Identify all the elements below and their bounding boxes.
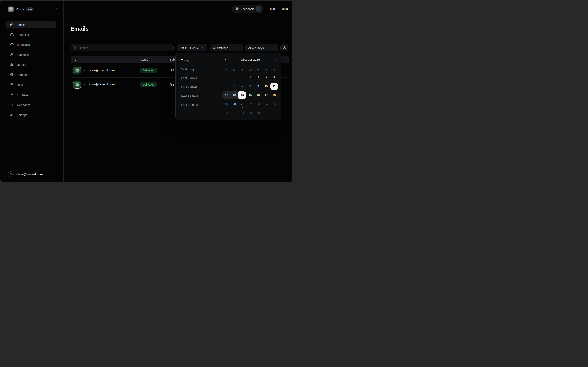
chevron-down-icon <box>202 47 204 49</box>
calendar-day-1[interactable]: 1 <box>246 73 254 82</box>
calendar-day-13[interactable]: 13 <box>230 91 238 100</box>
sidebar-item-broadcasts[interactable]: Broadcasts <box>7 31 56 39</box>
preset-last-30-days[interactable]: Last 30 days <box>181 100 213 109</box>
templates-icon <box>10 43 14 47</box>
preset-last-15-days[interactable]: Last 15 days <box>181 91 213 100</box>
sidebar-item-domains[interactable]: Domains <box>7 71 56 79</box>
download-icon <box>283 46 286 50</box>
calendar-day-5[interactable]: 5 <box>222 82 230 91</box>
calendar-day-17[interactable]: 17 <box>262 91 270 100</box>
app-window: Chris Pro EmailsBroadcastsTemplatesAudie… <box>0 0 292 182</box>
feedback-button[interactable]: Feedback F <box>232 5 263 13</box>
calendar-day-26: 26 <box>222 108 230 117</box>
sidebar-nav: EmailsBroadcastsTemplatesAudienceMetrics… <box>7 21 56 121</box>
calendar-day-8[interactable]: 8 <box>246 82 254 91</box>
date-picker-popup: TodayYesterdayLast 3 daysLast 7 daysLast… <box>176 53 281 120</box>
calendar-day-10[interactable]: 10 <box>262 82 270 91</box>
calendar-day-20[interactable]: 20 <box>230 100 238 108</box>
account-avatar: C <box>8 171 14 177</box>
calendar-day-29: 29 <box>246 108 254 117</box>
recipient-email-link[interactable]: christina@resend.com <box>84 83 115 87</box>
calendar-day-18[interactable]: 18 <box>270 91 278 100</box>
help-link[interactable]: Help <box>269 7 275 11</box>
calendar-day-6[interactable]: 6 <box>230 82 238 91</box>
api-key-filter-value: All API Keys <box>248 46 264 50</box>
calendar-day-27: 27 <box>230 108 238 117</box>
user-avatar <box>8 7 14 12</box>
preset-yesterday[interactable]: Yesterday <box>181 65 213 74</box>
weekday-label: T <box>254 67 262 73</box>
sidebar-item-audience[interactable]: Audience <box>7 51 56 58</box>
more-options-icon[interactable]: ⋯ <box>55 172 58 176</box>
calendar-day-9[interactable]: 9 <box>254 82 262 91</box>
next-month-button[interactable] <box>273 57 277 62</box>
sidebar-item-label: Templates <box>17 43 30 46</box>
webhooks-icon <box>10 103 14 107</box>
sidebar-item-webhooks[interactable]: Webhooks <box>7 101 56 109</box>
preset-today[interactable]: Today <box>181 56 213 65</box>
calendar-day-12[interactable]: 12 <box>222 91 230 100</box>
sidebar-item-label: Emails <box>17 23 25 26</box>
chevron-up-down-icon[interactable] <box>55 8 58 11</box>
sidebar-item-label: Domains <box>17 73 28 76</box>
calendar-day-30: 30 <box>254 108 262 117</box>
sidebar-item-label: Logs <box>17 83 23 86</box>
chevron-down-icon <box>238 47 241 49</box>
calendar-day-23: 23 <box>254 100 262 108</box>
sidebar-item-templates[interactable]: Templates <box>7 41 56 49</box>
preset-last-7-days[interactable]: Last 7 days <box>181 83 213 91</box>
sidebar-item-api-keys[interactable]: API Keys <box>7 91 56 99</box>
to-cell: christina@resend.com <box>71 67 140 74</box>
calendar-day-14[interactable]: 14 <box>238 91 246 100</box>
date-range-value: Oct 11 - Oct 14 <box>179 46 199 50</box>
status-filter-dropdown[interactable]: All Statuses <box>210 44 243 51</box>
calendar-day-11[interactable]: 11 <box>270 82 278 91</box>
sidebar-item-label: Metrics <box>17 63 26 67</box>
sidebar-item-label: API Keys <box>17 93 29 96</box>
preset-last-3-days[interactable]: Last 3 days <box>181 74 213 82</box>
settings-icon <box>10 113 14 117</box>
calendar-day-21[interactable]: 21 <box>238 100 246 108</box>
search-box <box>71 44 174 51</box>
api-key-filter-dropdown[interactable]: All API Keys <box>245 44 278 51</box>
sidebar-item-logs[interactable]: Logs <box>7 81 56 89</box>
calendar-day-2[interactable]: 2 <box>254 73 262 82</box>
weekday-label: F <box>262 67 270 73</box>
inbox-icon <box>10 33 14 37</box>
calendar-day-4[interactable]: 4 <box>270 73 278 82</box>
calendar-day-7[interactable]: 7 <box>238 82 246 91</box>
date-range-dropdown[interactable]: Oct 11 - Oct 14 <box>177 44 207 51</box>
feedback-bubble-icon <box>235 7 239 11</box>
calendar-day-15[interactable]: 15 <box>246 91 254 100</box>
calendar-day-3[interactable]: 3 <box>262 73 270 82</box>
calendar-day-19[interactable]: 19 <box>222 100 230 108</box>
email-envelope-icon <box>73 81 81 89</box>
column-header-status: Status <box>140 58 170 61</box>
calendar-grid: 1234567891011121314151617181920212223242… <box>222 73 278 117</box>
previous-month-button[interactable] <box>223 57 228 62</box>
topbar: Feedback F Help Docs <box>64 0 292 17</box>
date-presets: TodayYesterdayLast 3 daysLast 7 daysLast… <box>181 56 213 109</box>
sidebar-item-settings[interactable]: Settings <box>7 111 56 119</box>
calendar-day-16[interactable]: 16 <box>254 91 262 100</box>
calendar-header: October 2025 <box>222 57 278 62</box>
workspace-switcher[interactable]: Chris Pro <box>0 0 63 12</box>
calendar-day-25: 25 <box>270 100 278 108</box>
export-button[interactable] <box>280 44 288 51</box>
sidebar-item-label: Broadcasts <box>17 33 31 36</box>
sidebar: Chris Pro EmailsBroadcastsTemplatesAudie… <box>0 0 64 182</box>
weekday-label: T <box>238 67 246 73</box>
feedback-label: Feedback <box>241 7 254 11</box>
sidebar-item-label: Audience <box>17 53 29 56</box>
calendar-day-31: 31 <box>262 108 270 117</box>
calendar-day-24: 24 <box>262 100 270 108</box>
page-title: Emails <box>71 25 292 32</box>
search-input[interactable] <box>78 46 171 50</box>
weekday-label: W <box>246 67 254 73</box>
sidebar-item-metrics[interactable]: Metrics <box>7 61 56 68</box>
account-email: chris@resend.com <box>16 173 43 176</box>
docs-link[interactable]: Docs <box>281 7 288 11</box>
account-row: C chris@resend.com ⋯ <box>8 171 58 177</box>
recipient-email-link[interactable]: christina@resend.com <box>84 68 115 73</box>
sidebar-item-emails[interactable]: Emails <box>7 21 56 28</box>
